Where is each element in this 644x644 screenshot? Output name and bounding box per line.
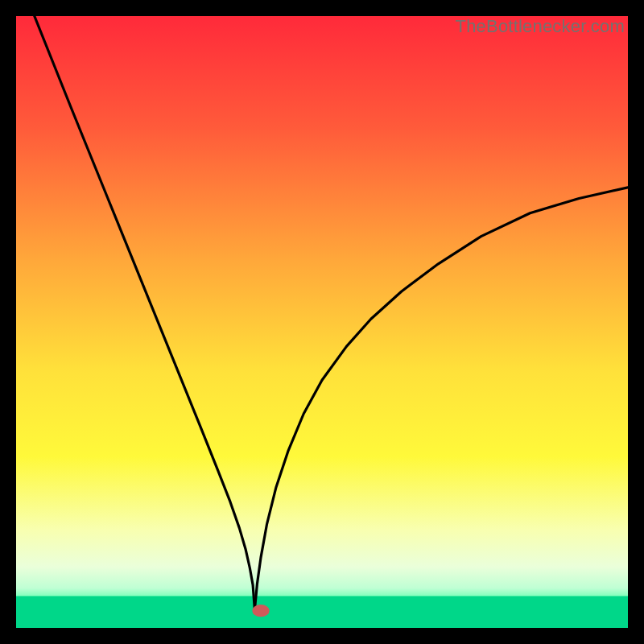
chart-green-band xyxy=(16,596,628,628)
chart-plot xyxy=(16,16,628,628)
chart-frame: TheBottlenecker.com xyxy=(16,16,628,628)
optimal-point-marker xyxy=(252,605,269,617)
chart-background-gradient xyxy=(16,16,628,628)
watermark-text: TheBottlenecker.com xyxy=(456,16,625,37)
